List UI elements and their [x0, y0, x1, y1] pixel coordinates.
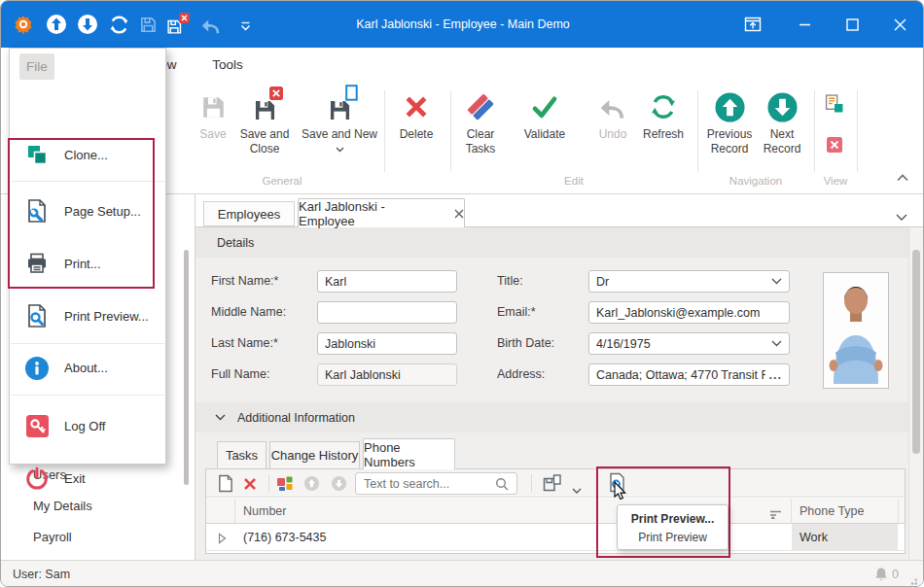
print-preview-tooltip: Print Preview... Print Preview [617, 504, 729, 550]
address-field[interactable]: Canada; Ottawa; 4770 Transit Ro... ... [588, 363, 790, 386]
ribbon-group-separator [857, 90, 858, 172]
file-menu-header[interactable]: File [19, 53, 54, 80]
tab-employees[interactable]: Employees [203, 201, 295, 226]
delete-row-button[interactable] [243, 477, 257, 495]
refresh-button[interactable]: Refresh [633, 86, 693, 172]
cell-number[interactable]: (716) 673-5435 [243, 524, 326, 551]
notifications-bell-icon[interactable] [873, 567, 889, 586]
tooltip-subtitle: Print Preview [618, 531, 728, 544]
title-bar: Karl Jablonski - Employee - Main Demo [1, 1, 924, 48]
toolbar-separator [268, 474, 269, 492]
previous-record-button[interactable]: Previous Record [699, 86, 760, 172]
print-preview-icon [10, 303, 64, 328]
save-layout-dropdown[interactable] [572, 481, 582, 499]
resize-grip[interactable] [907, 575, 918, 587]
chevron-down-icon[interactable] [771, 340, 782, 347]
minimize-button[interactable] [790, 10, 819, 39]
column-header-phone-type[interactable]: Phone Type [800, 499, 865, 524]
mouse-cursor [614, 481, 628, 505]
previous-record-icon [699, 86, 760, 127]
tab-karl-jablonski-employee[interactable]: Karl Jablonski - Employee [298, 198, 465, 227]
tab-label: Tasks [226, 448, 258, 463]
delete-icon [386, 86, 446, 127]
move-row-up-button[interactable] [303, 475, 320, 496]
additional-information-header[interactable]: Additional Information [195, 402, 908, 432]
nav-scrollbar-thumb[interactable] [184, 250, 189, 485]
menu-item-exit[interactable]: Exit [10, 454, 165, 502]
email-field[interactable] [588, 301, 790, 324]
tab-label: Phone Numbers [364, 440, 454, 469]
last-name-field[interactable] [317, 332, 457, 355]
ribbon-display-options-icon[interactable] [738, 10, 767, 39]
tab-change-history[interactable]: Change History [269, 441, 360, 469]
tiles-icon [276, 474, 294, 492]
save-layout-button[interactable] [542, 473, 562, 498]
ribbon-group-separator [697, 90, 698, 172]
tab-label: Karl Jablonski - Employee [299, 199, 444, 228]
reset-view-settings-button[interactable] [825, 94, 844, 114]
tooltip-title: Print Preview... [618, 512, 728, 526]
collapse-chevron-icon[interactable] [215, 414, 226, 421]
close-button[interactable] [885, 10, 914, 39]
email-label: Email:* [497, 301, 585, 324]
full-name-label: Full Name: [211, 363, 313, 386]
delete-x-icon [243, 477, 257, 491]
title-combo[interactable]: Dr [588, 270, 790, 293]
search-icon[interactable] [495, 477, 509, 491]
next-record-icon [754, 86, 810, 127]
search-input[interactable] [364, 477, 495, 491]
content-scrollbar[interactable] [908, 227, 923, 560]
layout-button[interactable] [276, 474, 294, 496]
menu-item-print-preview[interactable]: Print Preview... [10, 293, 165, 339]
ribbon-group-label-edit: Edit [450, 175, 697, 187]
row-expand-icon[interactable] [218, 531, 227, 548]
clear-tasks-button[interactable]: Clear Tasks [452, 86, 509, 172]
last-name-label: Last Name:* [211, 332, 313, 355]
address-ellipsis-button[interactable]: ... [765, 368, 782, 382]
ribbon-tab-tools[interactable]: Tools [200, 48, 255, 83]
search-box[interactable] [355, 472, 517, 495]
highlight-rectangle-menu [8, 138, 155, 289]
middle-name-label: Middle Name: [211, 301, 313, 324]
employee-photo[interactable] [823, 272, 889, 389]
tab-list-dropdown[interactable] [896, 208, 909, 218]
menu-item-label: Log Off [64, 419, 105, 433]
menu-separator [11, 343, 164, 344]
save-and-close-button[interactable]: Save and Close [229, 86, 301, 172]
address-value: Canada; Ottawa; 4770 Transit Ro... [596, 368, 765, 382]
cell-phone-type[interactable]: Work [800, 524, 828, 551]
first-name-field[interactable] [317, 270, 457, 293]
notification-count: 0 [892, 561, 899, 587]
next-record-button[interactable]: Next Record [754, 86, 810, 172]
status-user: User: Sam [13, 561, 70, 587]
sidebar-item-payroll[interactable]: Payroll [33, 530, 72, 544]
maximize-button[interactable] [837, 10, 867, 39]
save-and-new-button[interactable]: Save and New [299, 86, 380, 172]
column-header-number[interactable]: Number [243, 499, 286, 524]
middle-name-field[interactable] [317, 301, 457, 324]
tab-close-icon[interactable] [454, 209, 464, 219]
move-row-down-button[interactable] [331, 475, 347, 496]
tab-tasks[interactable]: Tasks [217, 441, 267, 469]
collapse-ribbon-button[interactable] [896, 168, 911, 180]
menu-item-about[interactable]: About... [10, 346, 165, 390]
birth-date-value: 4/16/1975 [596, 337, 771, 351]
tab-phone-numbers[interactable]: Phone Numbers [363, 438, 455, 469]
sort-indicator-icon[interactable] [769, 506, 782, 524]
save-and-new-icon [299, 86, 380, 127]
tab-label: Employees [218, 207, 280, 222]
close-view-button[interactable] [827, 137, 843, 154]
birth-date-combo[interactable]: 4/16/1975 [588, 332, 790, 355]
validate-button[interactable]: Validate [515, 86, 575, 172]
delete-button[interactable]: Delete [386, 86, 446, 172]
title-label: Title: [497, 270, 585, 293]
reset-view-icon [825, 94, 843, 113]
chevron-down-icon [336, 147, 344, 153]
add-row-button[interactable] [217, 474, 233, 497]
content-scrollbar-thumb[interactable] [912, 250, 920, 454]
ribbon-group-label-general: General [181, 175, 383, 187]
chevron-down-icon[interactable] [771, 278, 782, 285]
chevron-down-icon [896, 214, 907, 222]
validate-check-icon [515, 86, 575, 127]
menu-item-log-off[interactable]: Log Off [10, 401, 165, 450]
